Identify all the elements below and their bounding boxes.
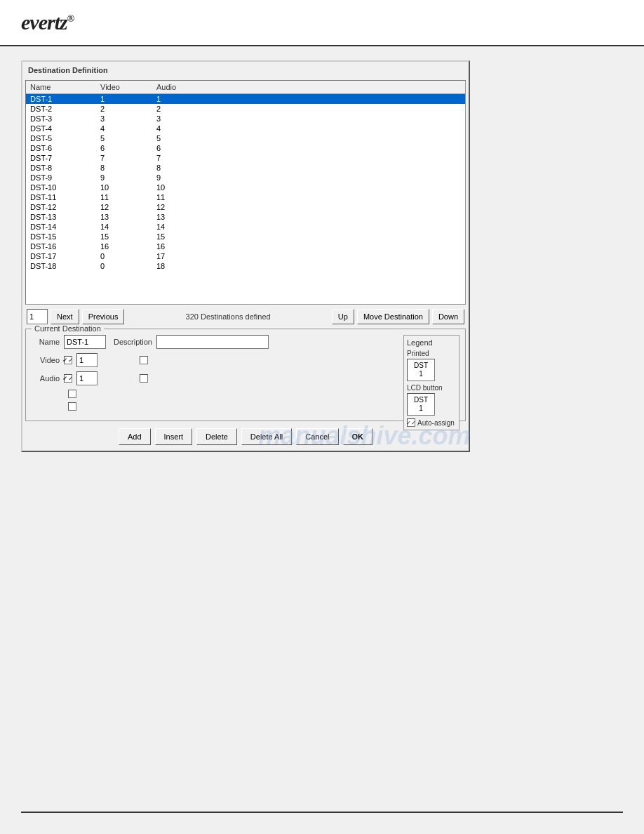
cell-video: 16 — [99, 242, 155, 251]
cell-audio: 13 — [155, 213, 211, 221]
cell-video: 1 — [99, 95, 155, 103]
video-label: Video — [32, 356, 60, 364]
cell-audio: 14 — [155, 223, 211, 231]
col-header-video: Video — [99, 82, 155, 92]
cell-audio: 2 — [155, 105, 211, 113]
legend-label: Legend — [407, 338, 456, 347]
dialog-title: Destination Definition — [25, 65, 466, 76]
cell-audio: 3 — [155, 114, 211, 123]
cell-video: 6 — [99, 144, 155, 152]
cell-name: DST-16 — [29, 242, 99, 251]
table-row[interactable]: DST-8 8 8 — [26, 163, 465, 173]
move-destination-button[interactable]: Move Destination — [357, 309, 429, 324]
audio-extra-checkbox[interactable] — [140, 374, 148, 383]
audio-checkbox[interactable]: ✓ — [64, 374, 72, 383]
auto-assign-checkbox[interactable]: ✓ — [407, 418, 415, 427]
table-row[interactable]: DST-2 2 2 — [26, 104, 465, 114]
cell-video: 10 — [99, 183, 155, 192]
table-row[interactable]: DST-9 9 9 — [26, 173, 465, 183]
table-row[interactable]: DST-15 15 15 — [26, 232, 465, 241]
cell-audio: 9 — [155, 173, 211, 182]
cell-name: DST-11 — [29, 193, 99, 201]
bottom-buttons: Add Insert Delete Delete All Cancel OK — [25, 425, 466, 448]
cell-empty — [211, 203, 462, 211]
cell-name: DST-12 — [29, 203, 99, 211]
cell-name: DST-7 — [29, 154, 99, 162]
cell-video: 0 — [99, 262, 155, 270]
cell-name: DST-18 — [29, 262, 99, 270]
table-row[interactable]: DST-7 7 7 — [26, 153, 465, 163]
delete-all-button[interactable]: Delete All — [241, 428, 292, 445]
cancel-button[interactable]: Cancel — [296, 428, 338, 445]
lcd-label: LCD button — [407, 384, 456, 392]
cell-name: DST-9 — [29, 173, 99, 182]
cell-name: DST-13 — [29, 213, 99, 221]
table-row[interactable]: DST-5 5 5 — [26, 133, 465, 143]
cell-empty — [211, 144, 462, 152]
cell-audio: 10 — [155, 183, 211, 192]
table-row[interactable]: DST-18 0 18 — [26, 261, 465, 271]
table-row[interactable]: DST-4 4 4 — [26, 124, 465, 133]
col-header-audio: Audio — [155, 82, 211, 92]
cell-empty — [211, 154, 462, 162]
cell-name: DST-8 — [29, 164, 99, 172]
auto-assign-row: ✓ Auto-assign — [407, 418, 456, 427]
cell-empty — [211, 193, 462, 201]
form-area: Name Description Video ✓ — [32, 335, 459, 415]
nav-input[interactable] — [27, 309, 48, 324]
table-row[interactable]: DST-11 11 11 — [26, 192, 465, 202]
video-checkbox[interactable]: ✓ — [64, 356, 72, 364]
cell-video: 0 — [99, 252, 155, 260]
printed-dst-text: DST1 — [414, 362, 428, 378]
video-extra-checkbox[interactable] — [140, 356, 148, 364]
table-row[interactable]: DST-3 3 3 — [26, 114, 465, 124]
video-input[interactable] — [76, 353, 98, 367]
cell-video: 13 — [99, 213, 155, 221]
cell-name: DST-6 — [29, 144, 99, 152]
delete-button[interactable]: Delete — [196, 428, 237, 445]
printed-dst-box: DST1 — [407, 359, 435, 381]
insert-button[interactable]: Insert — [155, 428, 193, 445]
desc-input[interactable] — [156, 335, 269, 349]
table-row[interactable]: DST-14 14 14 — [26, 222, 465, 232]
table-row[interactable]: DST-17 0 17 — [26, 251, 465, 261]
cell-empty — [211, 223, 462, 231]
name-input[interactable] — [64, 335, 106, 349]
name-label: Name — [32, 338, 60, 346]
table-row[interactable]: DST-16 16 16 — [26, 241, 465, 251]
cell-empty — [211, 262, 462, 270]
ok-button[interactable]: OK — [343, 428, 373, 445]
cell-name: DST-14 — [29, 223, 99, 231]
previous-button[interactable]: Previous — [82, 309, 125, 324]
table-row[interactable]: DST-6 6 6 — [26, 143, 465, 153]
table-row[interactable]: DST-12 12 12 — [26, 202, 465, 212]
audio-label: Audio — [32, 374, 60, 383]
cell-empty — [211, 95, 462, 103]
cell-audio: 7 — [155, 154, 211, 162]
next-button[interactable]: Next — [51, 309, 79, 324]
video-row: Video ✓ — [32, 353, 459, 367]
table-row[interactable]: DST-10 10 10 — [26, 183, 465, 192]
table-row[interactable]: DST-13 13 13 — [26, 212, 465, 222]
extra-checkbox-3[interactable] — [68, 402, 76, 411]
name-desc-row: Name Description — [32, 335, 459, 349]
current-destination-section: Current Destination Name Description Vid… — [25, 329, 466, 421]
lcd-dst-box: DST1 — [407, 393, 435, 416]
desc-label: Description — [110, 338, 152, 346]
table-body[interactable]: DST-1 1 1 DST-2 2 2 DST-3 3 3 DST-4 4 4 … — [26, 94, 465, 298]
add-button[interactable]: Add — [119, 428, 151, 445]
down-button[interactable]: Down — [432, 309, 464, 324]
extra-checkbox-1[interactable] — [68, 390, 76, 398]
audio-input[interactable] — [76, 371, 98, 385]
cell-name: DST-10 — [29, 183, 99, 192]
logo: evertz® — [21, 11, 74, 34]
cell-audio: 15 — [155, 232, 211, 241]
main-content: Destination Definition Name Video Audio … — [0, 46, 644, 466]
cell-name: DST-3 — [29, 114, 99, 123]
table-row[interactable]: DST-1 1 1 — [26, 94, 465, 104]
cell-audio: 1 — [155, 95, 211, 103]
cell-name: DST-5 — [29, 134, 99, 143]
cell-video: 4 — [99, 124, 155, 133]
up-button[interactable]: Up — [332, 309, 354, 324]
cell-empty — [211, 105, 462, 113]
